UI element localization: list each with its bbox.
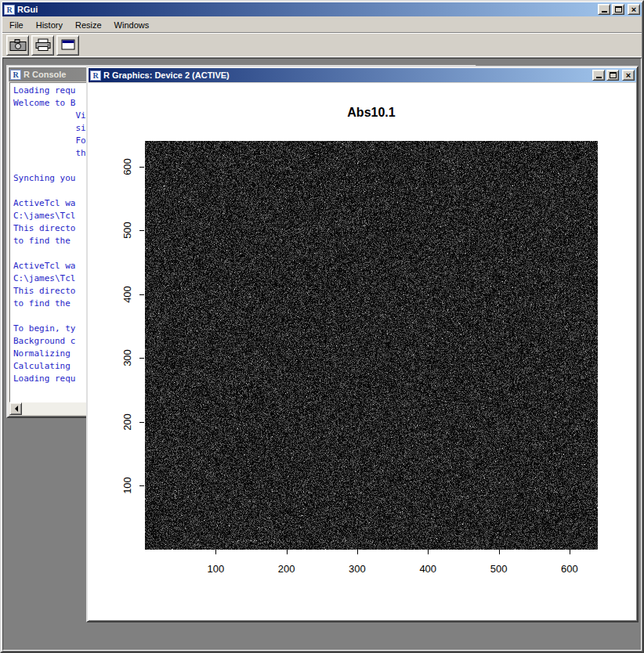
menu-resize[interactable]: Resize: [69, 19, 108, 31]
close-icon: ×: [626, 71, 631, 79]
minimize-icon: [602, 11, 607, 13]
windows-button[interactable]: [56, 35, 79, 56]
rgui-window: R RGui × File History Resize Windows: [0, 0, 644, 653]
y-axis-tick: [139, 422, 144, 423]
maximize-icon: [610, 72, 617, 78]
graphics-title: R Graphics: Device 2 (ACTIVE): [103, 70, 590, 80]
camera-button[interactable]: [6, 35, 29, 56]
microarray-image: [145, 141, 598, 550]
x-axis-tick: [499, 550, 500, 554]
minimize-button[interactable]: [598, 4, 610, 15]
y-axis-tick: [139, 358, 144, 359]
console-app-icon: R: [10, 70, 21, 80]
graphics-window-controls: ×: [592, 70, 635, 81]
printer-icon: [34, 38, 52, 52]
y-axis-label: 400: [121, 277, 134, 312]
x-axis-tick: [428, 550, 429, 554]
y-axis-label: 600: [121, 150, 134, 184]
graphics-close-button[interactable]: ×: [622, 70, 635, 81]
y-axis-label: 100: [121, 468, 134, 503]
toolbar: [2, 32, 642, 58]
graphics-app-icon: R: [90, 70, 101, 81]
minimize-icon: [596, 77, 602, 78]
y-axis-tick: [139, 167, 144, 168]
y-axis-tick: [139, 230, 144, 231]
y-axis-label: 300: [121, 341, 134, 375]
menu-bar: File History Resize Windows: [2, 17, 642, 32]
y-axis-tick: [139, 485, 144, 486]
close-button[interactable]: ×: [628, 4, 640, 15]
x-axis-tick: [357, 550, 358, 554]
arrow-left-icon: [12, 406, 18, 412]
window-controls: ×: [598, 4, 640, 15]
graphics-minimize-button[interactable]: [592, 70, 605, 81]
x-axis-tick: [215, 550, 216, 554]
x-axis-label: 100: [198, 563, 233, 575]
y-axis-tick: [139, 294, 144, 295]
x-axis-label: 400: [411, 563, 445, 575]
main-titlebar[interactable]: R RGui ×: [2, 2, 642, 16]
menu-file[interactable]: File: [3, 19, 30, 31]
x-axis-label: 200: [270, 563, 304, 575]
maximize-button[interactable]: [612, 4, 624, 15]
x-axis-label: 500: [482, 563, 516, 575]
y-axis-label: 500: [121, 213, 134, 247]
x-axis-label: 300: [340, 563, 374, 575]
maximize-icon: [615, 6, 622, 13]
plot-area: Abs10.1 10020030040050060010020030040050…: [89, 83, 636, 620]
graphics-window: R R Graphics: Device 2 (ACTIVE) × Abs10.…: [86, 66, 639, 622]
x-axis-label: 600: [552, 563, 587, 575]
plot-title: Abs10.1: [145, 106, 598, 120]
window-title: RGui: [17, 5, 595, 14]
menu-history[interactable]: History: [30, 19, 69, 31]
menu-windows[interactable]: Windows: [108, 19, 156, 31]
print-button[interactable]: [31, 35, 54, 56]
app-icon: R: [4, 5, 15, 15]
mdi-workspace: R R Console × Loading requ Welcome to B …: [2, 58, 642, 651]
graphics-maximize-button[interactable]: [606, 70, 619, 81]
window-icon: [60, 38, 77, 52]
x-axis-tick: [570, 550, 570, 554]
close-icon: ×: [631, 5, 636, 13]
scroll-left-button[interactable]: [9, 402, 22, 415]
x-axis-tick: [287, 550, 288, 554]
y-axis-label: 200: [121, 405, 134, 439]
camera-icon: [9, 38, 27, 52]
graphics-titlebar[interactable]: R R Graphics: Device 2 (ACTIVE) ×: [89, 68, 636, 82]
